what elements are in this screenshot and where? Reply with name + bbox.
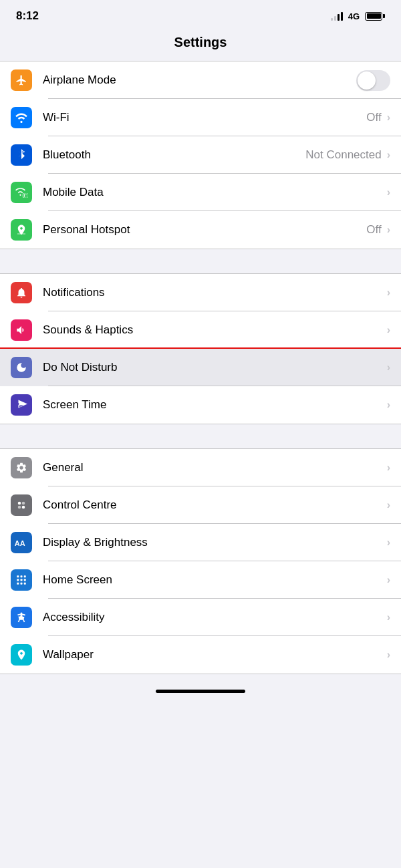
airplane-mode-toggle[interactable] (356, 70, 390, 91)
settings-row-mobile-data[interactable]: ((·)) Mobile Data › (0, 174, 401, 211)
svg-point-2 (22, 502, 25, 505)
bluetooth-value: Not Connected (305, 148, 381, 162)
sounds-haptics-icon (11, 319, 32, 341)
accessibility-label: Accessibility (43, 611, 387, 624)
airplane-mode-label: Airplane Mode (43, 74, 356, 87)
settings-row-notifications[interactable]: Notifications › (0, 274, 401, 311)
battery-icon (365, 12, 385, 21)
home-screen-icon (11, 569, 32, 591)
wallpaper-icon (11, 644, 32, 666)
svg-rect-10 (21, 579, 23, 581)
settings-row-control-centre[interactable]: Control Centre › (0, 486, 401, 524)
notifications-icon (11, 282, 32, 303)
settings-row-personal-hotspot[interactable]: Personal Hotspot Off › (0, 211, 401, 249)
svg-rect-14 (24, 583, 26, 585)
wifi-label: Wi-Fi (43, 111, 366, 124)
bluetooth-chevron: › (387, 149, 390, 161)
control-centre-chevron: › (387, 499, 390, 511)
screen-time-chevron: › (387, 399, 390, 411)
display-brightness-label: Display & Brightness (43, 536, 387, 549)
wallpaper-label: Wallpaper (43, 648, 387, 662)
general-chevron: › (387, 462, 390, 474)
bluetooth-label: Bluetooth (43, 148, 305, 162)
mobile-data-label: Mobile Data (43, 186, 387, 199)
settings-row-airplane-mode[interactable]: Airplane Mode (0, 61, 401, 99)
airplane-mode-icon (11, 69, 32, 91)
screen-time-label: Screen Time (43, 398, 387, 412)
settings-row-home-screen[interactable]: Home Screen › (0, 561, 401, 599)
wifi-icon (11, 107, 32, 128)
personal-hotspot-label: Personal Hotspot (43, 223, 366, 237)
bottom-bar (0, 674, 401, 698)
sounds-haptics-chevron: › (387, 324, 390, 336)
wifi-chevron: › (387, 112, 390, 124)
notifications-list: Notifications › Sounds & Haptics › Do No… (0, 273, 401, 424)
network-type-label: 4G (348, 11, 360, 21)
svg-text:AA: AA (15, 539, 25, 547)
screen-time-icon (11, 394, 32, 416)
wallpaper-chevron: › (387, 649, 390, 661)
svg-rect-11 (24, 579, 26, 581)
svg-rect-6 (17, 575, 19, 577)
settings-group-connectivity: Airplane Mode Wi-Fi Off › Bluetooth (0, 61, 401, 249)
svg-point-3 (18, 506, 21, 509)
display-list: General › Control Centre › AA (0, 448, 401, 674)
display-brightness-icon: AA (11, 532, 32, 553)
svg-rect-8 (24, 575, 26, 577)
home-screen-label: Home Screen (43, 573, 387, 587)
divider-1 (0, 249, 401, 273)
general-icon (11, 457, 32, 478)
status-icons: 4G (331, 11, 385, 21)
svg-rect-13 (21, 583, 23, 585)
svg-point-4 (22, 506, 25, 509)
divider-2 (0, 424, 401, 448)
svg-text:((·)): ((·)) (23, 192, 28, 198)
page-title: Settings (0, 29, 401, 61)
mobile-data-icon: ((·)) (11, 182, 32, 203)
settings-row-wifi[interactable]: Wi-Fi Off › (0, 99, 401, 136)
accessibility-chevron: › (387, 611, 390, 623)
sounds-haptics-label: Sounds & Haptics (43, 323, 387, 337)
settings-row-bluetooth[interactable]: Bluetooth Not Connected › (0, 136, 401, 174)
personal-hotspot-value: Off (366, 223, 381, 237)
settings-row-accessibility[interactable]: Accessibility › (0, 599, 401, 636)
status-bar: 8:12 4G (0, 0, 401, 29)
mobile-data-chevron: › (387, 186, 390, 198)
status-time: 8:12 (16, 9, 39, 23)
home-indicator (156, 690, 245, 693)
connectivity-list: Airplane Mode Wi-Fi Off › Bluetooth (0, 61, 401, 249)
control-centre-label: Control Centre (43, 498, 387, 512)
settings-row-display-brightness[interactable]: AA Display & Brightness › (0, 524, 401, 561)
settings-row-screen-time[interactable]: Screen Time › (0, 386, 401, 424)
settings-group-display: General › Control Centre › AA (0, 448, 401, 674)
svg-rect-12 (17, 583, 19, 585)
settings-row-sounds-haptics[interactable]: Sounds & Haptics › (0, 311, 401, 349)
settings-row-wallpaper[interactable]: Wallpaper › (0, 636, 401, 674)
home-screen-chevron: › (387, 574, 390, 586)
accessibility-icon (11, 607, 32, 628)
personal-hotspot-icon (11, 219, 32, 241)
signal-bars-icon (331, 11, 343, 21)
general-label: General (43, 461, 387, 474)
svg-rect-7 (21, 575, 23, 577)
do-not-disturb-label: Do Not Disturb (43, 361, 387, 374)
settings-row-do-not-disturb[interactable]: Do Not Disturb › (0, 349, 401, 386)
bluetooth-icon (11, 144, 32, 166)
svg-rect-9 (17, 579, 19, 581)
settings-row-general[interactable]: General › (0, 449, 401, 486)
wifi-value: Off (366, 111, 381, 124)
notifications-label: Notifications (43, 286, 387, 299)
svg-point-1 (18, 502, 21, 505)
do-not-disturb-chevron: › (387, 361, 390, 374)
control-centre-icon (11, 494, 32, 516)
personal-hotspot-chevron: › (387, 224, 390, 236)
do-not-disturb-icon (11, 357, 32, 378)
settings-group-notifications: Notifications › Sounds & Haptics › Do No… (0, 273, 401, 424)
display-brightness-chevron: › (387, 537, 390, 549)
notifications-chevron: › (387, 287, 390, 299)
